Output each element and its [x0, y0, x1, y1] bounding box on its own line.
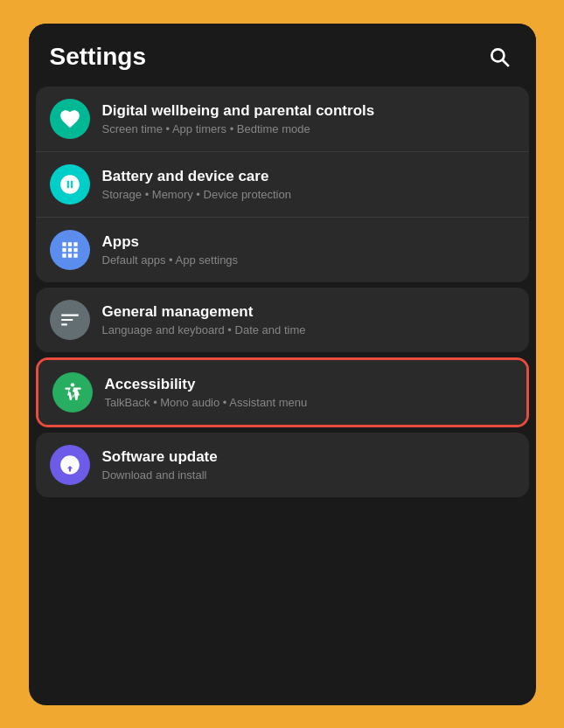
sidebar-item-general-management[interactable]: General management Language and keyboard…: [36, 288, 529, 352]
battery-icon: [59, 173, 81, 196]
sidebar-item-accessibility[interactable]: Accessibility TalkBack • Mono audio • As…: [38, 360, 526, 425]
apps-title: Apps: [102, 233, 515, 251]
svg-point-2: [70, 383, 73, 386]
search-button[interactable]: [484, 41, 515, 73]
digital-wellbeing-text: Digital wellbeing and parental controls …: [102, 102, 515, 135]
general-management-icon: [59, 309, 81, 331]
digital-wellbeing-icon-container: [50, 99, 90, 139]
battery-title: Battery and device care: [102, 168, 515, 185]
software-update-icon: [59, 454, 81, 476]
settings-group-3: Software update Download and install: [36, 433, 529, 497]
digital-wellbeing-icon: [59, 107, 81, 130]
page-title: Settings: [50, 43, 146, 71]
apps-icon: [59, 239, 81, 261]
digital-wellbeing-subtitle: Screen time • App timers • Bedtime mode: [102, 122, 515, 135]
accessibility-title: Accessibility: [105, 376, 512, 393]
accessibility-icon: [61, 381, 84, 404]
sidebar-item-software-update[interactable]: Software update Download and install: [36, 433, 529, 497]
battery-text: Battery and device care Storage • Memory…: [102, 168, 515, 201]
accessibility-highlight-box: Accessibility TalkBack • Mono audio • As…: [36, 357, 529, 427]
settings-list: Digital wellbeing and parental controls …: [29, 81, 536, 705]
svg-line-1: [502, 59, 508, 66]
battery-icon-container: [50, 164, 90, 205]
accessibility-icon-container: [52, 372, 93, 413]
apps-subtitle: Default apps • App settings: [102, 253, 515, 267]
general-management-icon-container: [50, 300, 90, 340]
sidebar-item-battery[interactable]: Battery and device care Storage • Memory…: [36, 152, 529, 218]
settings-header: Settings: [29, 24, 536, 81]
general-management-title: General management: [102, 303, 515, 321]
apps-text: Apps Default apps • App settings: [102, 233, 515, 267]
battery-subtitle: Storage • Memory • Device protection: [102, 188, 515, 201]
sidebar-item-digital-wellbeing[interactable]: Digital wellbeing and parental controls …: [36, 87, 529, 152]
phone-container: Settings Digital wellbeing and parental …: [29, 24, 536, 705]
search-icon: [488, 45, 511, 68]
software-update-subtitle: Download and install: [102, 468, 515, 482]
software-update-text: Software update Download and install: [102, 448, 515, 482]
general-management-subtitle: Language and keyboard • Date and time: [102, 323, 515, 336]
digital-wellbeing-title: Digital wellbeing and parental controls: [102, 102, 515, 120]
software-update-icon-container: [50, 445, 90, 485]
apps-icon-container: [50, 230, 90, 270]
accessibility-text: Accessibility TalkBack • Mono audio • As…: [105, 376, 512, 409]
accessibility-subtitle: TalkBack • Mono audio • Assistant menu: [105, 396, 512, 409]
settings-group-1: Digital wellbeing and parental controls …: [36, 87, 529, 282]
software-update-title: Software update: [102, 448, 515, 466]
general-management-text: General management Language and keyboard…: [102, 303, 515, 336]
sidebar-item-apps[interactable]: Apps Default apps • App settings: [36, 218, 529, 282]
svg-point-0: [491, 49, 504, 61]
settings-group-2: General management Language and keyboard…: [36, 288, 529, 352]
